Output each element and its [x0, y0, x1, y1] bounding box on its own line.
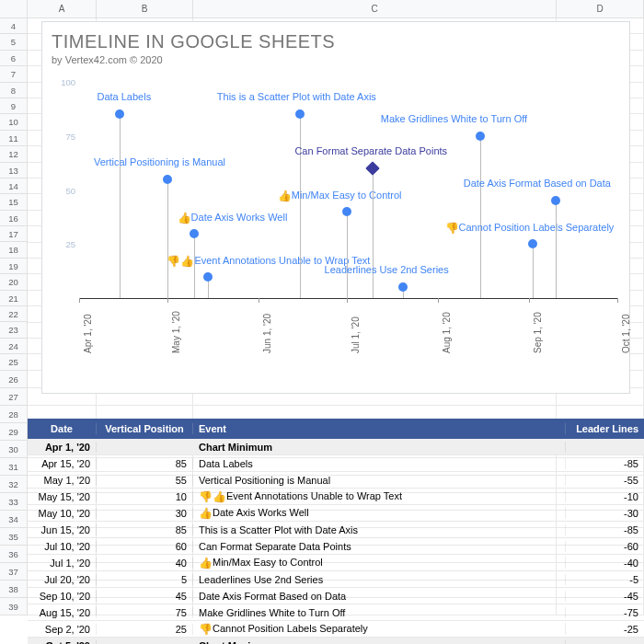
row-header[interactable]: 33	[0, 493, 28, 511]
table-row[interactable]: Apr 1, '20Chart Minimum	[28, 439, 644, 455]
cell-leader[interactable]: -25	[566, 624, 644, 635]
cell-event[interactable]: Chart Maximum	[193, 640, 566, 645]
table-row[interactable]: Jul 20, '205Leaderlines Use 2nd Series-5	[28, 571, 644, 588]
row-header[interactable]: 36	[0, 546, 28, 563]
cell-event[interactable]: 👍 Min/Max Easy to Control	[193, 557, 566, 569]
cell-vpos[interactable]: 55	[97, 475, 193, 486]
cell-event[interactable]: Leaderlines Use 2nd Series	[193, 574, 566, 585]
cell-date[interactable]: Sep 2, '20	[28, 624, 97, 635]
cell-vpos[interactable]: 85	[97, 458, 193, 469]
row-header[interactable]: 21	[0, 291, 28, 306]
cell-date[interactable]: May 1, '20	[28, 475, 97, 486]
cell-leader[interactable]: -10	[566, 491, 644, 502]
row-header[interactable]: 27	[0, 388, 28, 406]
col-header-c[interactable]: C	[193, 0, 557, 17]
data-point[interactable]	[476, 132, 485, 141]
table-row[interactable]: May 10, '2030👍 Date Axis Works Well-30	[28, 505, 644, 522]
row-header[interactable]: 6	[0, 51, 28, 66]
cell-date[interactable]: May 10, '20	[28, 508, 97, 519]
table-row[interactable]: Jul 10, '2060Can Format Separate Data Po…	[28, 538, 644, 555]
data-point[interactable]	[551, 196, 560, 205]
row-header[interactable]: 18	[0, 242, 28, 258]
cell-leader[interactable]: -75	[566, 607, 644, 618]
cell-vpos[interactable]: 5	[97, 574, 193, 585]
timeline-chart[interactable]: TIMELINE IN GOOGLE SHEETS by Vertex42.co…	[41, 21, 630, 394]
cell-event[interactable]: 👎👍 Event Annotations Unable to Wrap Text	[193, 490, 566, 502]
cell-date[interactable]: Oct 5, '20	[28, 640, 97, 645]
row-header[interactable]: 15	[0, 194, 28, 210]
row-header[interactable]: 7	[0, 66, 28, 82]
data-point[interactable]	[295, 109, 305, 119]
cell-event[interactable]: This is a Scatter Plot with Date Axis	[193, 524, 566, 535]
data-point[interactable]	[163, 175, 172, 184]
select-all-cell[interactable]	[0, 0, 28, 17]
row-header[interactable]: 17	[0, 226, 28, 242]
row-header[interactable]: 31	[0, 458, 28, 476]
table-row[interactable]: Aug 15, '2075Make Gridlines White to Tur…	[28, 604, 644, 621]
row-header[interactable]: 4	[0, 18, 28, 34]
cell-vpos[interactable]: 75	[97, 607, 193, 618]
cell-vpos[interactable]: 30	[97, 508, 193, 519]
cell-leader[interactable]: -30	[566, 508, 644, 519]
row-header[interactable]: 29	[0, 423, 28, 441]
header-vpos[interactable]: Vertical Position	[97, 423, 193, 434]
col-header-a[interactable]: A	[28, 0, 97, 17]
row-header[interactable]: 5	[0, 34, 28, 50]
cell-event[interactable]: Make Gridlines White to Turn Off	[193, 607, 566, 618]
row-header[interactable]: 28	[0, 406, 28, 423]
cell-event[interactable]: 👍 Date Axis Works Well	[193, 507, 566, 519]
cell-vpos[interactable]: 60	[97, 541, 193, 552]
row-header[interactable]: 24	[0, 339, 28, 354]
row-header[interactable]: 8	[0, 83, 28, 98]
data-point[interactable]	[398, 282, 408, 292]
cell-event[interactable]: Date Axis Format Based on Data	[193, 591, 566, 602]
cell-leader[interactable]: -5	[566, 574, 644, 585]
cell-event[interactable]: Can Format Separate Data Points	[193, 541, 566, 552]
cell-leader[interactable]: -55	[566, 475, 644, 486]
data-point[interactable]	[528, 239, 537, 248]
row-header[interactable]: 34	[0, 511, 28, 528]
row-header[interactable]: 30	[0, 441, 28, 458]
cell-event[interactable]: Data Labels	[193, 458, 566, 469]
table-row[interactable]: Sep 10, '2045Date Axis Format Based on D…	[28, 588, 644, 604]
data-point[interactable]	[342, 207, 351, 216]
header-date[interactable]: Date	[28, 423, 97, 434]
table-row[interactable]: May 15, '2010👎👍 Event Annotations Unable…	[28, 489, 644, 505]
col-header-d[interactable]: D	[557, 0, 644, 17]
cell-leader[interactable]: -40	[566, 558, 644, 569]
row-header[interactable]: 37	[0, 563, 28, 581]
table-row[interactable]: Sep 2, '2025👎 Cannot Position Labels Sep…	[28, 621, 644, 638]
row-header[interactable]: 12	[0, 146, 28, 162]
cell-leader[interactable]: -60	[566, 541, 644, 552]
row-header[interactable]: 13	[0, 163, 28, 178]
cell-event[interactable]: Chart Minimum	[193, 442, 566, 453]
cell-date[interactable]: Apr 15, '20	[28, 458, 97, 469]
cell-date[interactable]: May 15, '20	[28, 491, 97, 502]
cell-leader[interactable]: -85	[566, 524, 644, 535]
row-header[interactable]: 25	[0, 354, 28, 370]
row-header[interactable]: 16	[0, 211, 28, 226]
row-header[interactable]: 9	[0, 98, 28, 114]
header-event[interactable]: Event	[193, 423, 566, 434]
table-row[interactable]: Apr 15, '2085Data Labels-85	[28, 455, 644, 472]
row-header[interactable]: 22	[0, 306, 28, 322]
data-point[interactable]	[366, 161, 381, 176]
cell-date[interactable]: Aug 15, '20	[28, 607, 97, 618]
row-header[interactable]: 11	[0, 131, 28, 146]
table-row[interactable]: Oct 5, '20Chart Maximum	[28, 638, 644, 644]
cell-event[interactable]: 👎 Cannot Position Labels Separately	[193, 623, 566, 635]
cell-date[interactable]: Jul 1, '20	[28, 558, 97, 569]
table-row[interactable]: Jun 15, '2085This is a Scatter Plot with…	[28, 522, 644, 538]
cell-date[interactable]: Jul 10, '20	[28, 541, 97, 552]
cell-vpos[interactable]: 25	[97, 624, 193, 635]
row-header[interactable]: 35	[0, 528, 28, 546]
cell-vpos[interactable]: 40	[97, 558, 193, 569]
cell-leader[interactable]: -85	[566, 458, 644, 469]
table-row[interactable]: Jul 1, '2040👍 Min/Max Easy to Control-40	[28, 555, 644, 571]
row-header[interactable]: 23	[0, 322, 28, 338]
row-header[interactable]: 10	[0, 114, 28, 130]
cell-leader[interactable]: -45	[566, 591, 644, 602]
cell-vpos[interactable]: 45	[97, 591, 193, 602]
row-header[interactable]: 14	[0, 178, 28, 194]
col-header-b[interactable]: B	[97, 0, 193, 17]
